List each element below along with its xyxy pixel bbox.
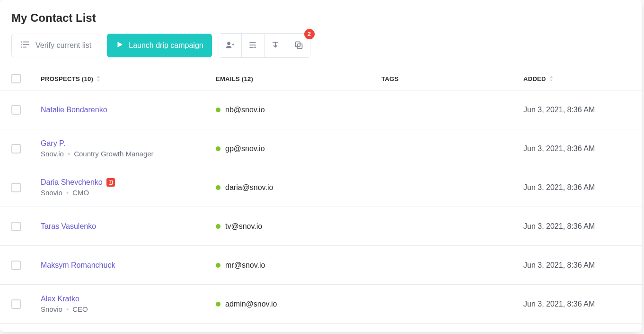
- duplicate-badge: 2: [304, 29, 315, 39]
- email-cell: daria@snov.io: [216, 183, 381, 192]
- svg-point-5: [21, 47, 22, 47]
- copy-icon: [294, 40, 303, 51]
- added-cell: Jun 3, 2021, 8:36 AM: [523, 106, 630, 114]
- prospect-subtitle: Snovio•CMO: [41, 189, 216, 197]
- status-dot-icon: [216, 146, 221, 151]
- svg-marker-19: [97, 76, 100, 78]
- table-row: Maksym Romanchuckmr@snov.ioJun 3, 2021, …: [0, 246, 642, 285]
- prospect-name-link[interactable]: Alex Kratko: [41, 295, 79, 303]
- select-all-checkbox[interactable]: [11, 74, 21, 83]
- list-add-icon: [248, 40, 257, 51]
- download-icon: [271, 41, 280, 51]
- row-checkbox[interactable]: [11, 105, 21, 115]
- status-dot-icon: [216, 224, 221, 229]
- svg-marker-20: [97, 80, 100, 81]
- prospects-column-header[interactable]: PROSPECTS (10): [41, 75, 216, 82]
- launch-campaign-button[interactable]: Launch drip campaign: [107, 34, 212, 57]
- email-cell: nb@snov.io: [216, 106, 381, 114]
- svg-point-24: [110, 181, 111, 182]
- row-checkbox[interactable]: [11, 261, 21, 270]
- email-cell: mr@snov.io: [216, 261, 381, 270]
- status-dot-icon: [216, 108, 221, 112]
- prospect-name-link[interactable]: Maksym Romanchuck: [41, 261, 115, 270]
- add-person-button[interactable]: [219, 34, 242, 57]
- table-row: Taras Vasulenkotv@snov.ioJun 3, 2021, 8:…: [0, 207, 642, 246]
- prospect-subtitle: Snov.io•Country Growth Manager: [41, 150, 216, 158]
- contact-badge-icon: [106, 178, 115, 187]
- status-dot-icon: [216, 185, 221, 190]
- duplicate-button[interactable]: 2: [287, 34, 310, 57]
- status-dot-icon: [216, 302, 221, 307]
- added-column-header[interactable]: ADDED: [523, 75, 630, 82]
- added-cell: Jun 3, 2021, 8:36 AM: [523, 144, 630, 153]
- person-add-icon: [225, 40, 235, 51]
- table-row: Gary P.Snov.io•Country Growth Managergp@…: [0, 129, 642, 168]
- status-dot-icon: [216, 263, 221, 268]
- play-icon: [115, 40, 124, 51]
- table-row: Alex KratkoSnovio•CEOadmin@snov.ioJun 3,…: [0, 285, 642, 324]
- add-to-list-button[interactable]: [242, 34, 265, 57]
- added-cell: Jun 3, 2021, 8:36 AM: [523, 222, 630, 231]
- prospect-name-link[interactable]: Gary P.: [41, 139, 65, 148]
- added-cell: Jun 3, 2021, 8:36 AM: [523, 261, 630, 270]
- verify-list-icon: [20, 39, 31, 52]
- prospect-subtitle: Snovio•CEO: [41, 305, 216, 313]
- svg-marker-6: [118, 42, 123, 47]
- verify-list-label: Verify current list: [35, 41, 91, 50]
- email-cell: gp@snov.io: [216, 144, 381, 153]
- row-checkbox[interactable]: [11, 144, 21, 153]
- table-header: PROSPECTS (10) EMAILS (12) TAGS ADDED: [0, 67, 642, 90]
- svg-marker-22: [550, 80, 553, 81]
- row-checkbox[interactable]: [11, 183, 21, 192]
- prospect-name-link[interactable]: Daria Shevchenko: [41, 178, 115, 187]
- added-cell: Jun 3, 2021, 8:36 AM: [523, 183, 630, 192]
- sort-icon: [549, 76, 554, 81]
- sort-icon: [96, 76, 101, 81]
- prospect-name-link[interactable]: Taras Vasulenko: [41, 222, 96, 231]
- download-button[interactable]: [265, 34, 287, 57]
- page-title: My Contact List: [11, 11, 630, 25]
- emails-column-header: EMAILS (12): [216, 75, 381, 82]
- launch-campaign-label: Launch drip campaign: [129, 41, 203, 50]
- tags-column-header: TAGS: [381, 75, 523, 82]
- added-cell: Jun 3, 2021, 8:36 AM: [523, 300, 630, 308]
- svg-marker-21: [550, 76, 553, 78]
- table-row: Natalie Bondarenkonb@snov.ioJun 3, 2021,…: [0, 90, 642, 129]
- email-cell: tv@snov.io: [216, 222, 381, 231]
- table-row: Daria ShevchenkoSnovio•CMOdaria@snov.ioJ…: [0, 168, 642, 207]
- row-checkbox[interactable]: [11, 222, 21, 231]
- email-cell: admin@snov.io: [216, 300, 381, 308]
- svg-point-7: [227, 42, 230, 45]
- row-checkbox[interactable]: [11, 299, 21, 309]
- svg-point-3: [21, 42, 22, 42]
- verify-list-button[interactable]: Verify current list: [11, 34, 100, 57]
- prospect-name-link[interactable]: Natalie Bondarenko: [41, 106, 107, 114]
- svg-point-4: [21, 45, 22, 45]
